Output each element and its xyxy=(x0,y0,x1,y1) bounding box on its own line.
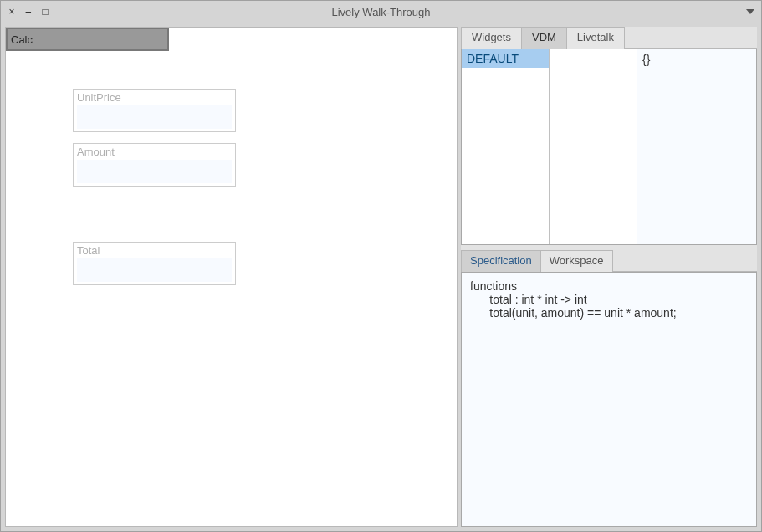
sub-tabs-spacer xyxy=(612,250,757,272)
widget-unitprice[interactable]: UnitPrice xyxy=(73,89,236,132)
window-title: Lively Walk-Through xyxy=(331,6,430,18)
browser-column-2[interactable] xyxy=(550,49,637,244)
total-input[interactable] xyxy=(77,258,232,282)
browser-col3-text: {} xyxy=(642,53,650,66)
tab-specification[interactable]: Specification xyxy=(461,250,541,272)
total-label: Total xyxy=(77,244,232,257)
browser-column-3[interactable]: {} xyxy=(637,49,756,244)
sub-tabs: Specification Workspace xyxy=(461,250,757,272)
tab-livetalk[interactable]: Livetalk xyxy=(566,27,625,49)
widget-calc-button[interactable]: Calc xyxy=(6,28,169,51)
tab-vdm[interactable]: VDM xyxy=(521,27,567,49)
widget-total[interactable]: Total xyxy=(73,242,236,285)
design-canvas[interactable]: UnitPrice Amount Calc Total xyxy=(5,27,458,527)
unitprice-label: UnitPrice xyxy=(77,91,232,104)
close-icon[interactable]: × xyxy=(6,6,18,18)
main-area: UnitPrice Amount Calc Total Widgets VDM … xyxy=(1,23,761,531)
menu-dropdown-icon[interactable] xyxy=(744,6,756,18)
maximize-icon[interactable]: □ xyxy=(39,6,51,18)
browser-item-default[interactable]: DEFAULT xyxy=(462,49,549,68)
calc-label: Calc xyxy=(11,33,33,46)
main-tabs: Widgets VDM Livetalk xyxy=(461,27,757,49)
minimize-icon[interactable]: ‒ xyxy=(23,6,34,18)
tab-workspace[interactable]: Workspace xyxy=(540,250,613,272)
app-window: × ‒ □ Lively Walk-Through UnitPrice Amou… xyxy=(0,0,762,532)
tab-widgets[interactable]: Widgets xyxy=(461,27,522,49)
widget-amount[interactable]: Amount xyxy=(73,143,236,187)
amount-label: Amount xyxy=(77,146,232,158)
browser-column-1[interactable]: DEFAULT xyxy=(462,49,550,244)
titlebar-buttons: × ‒ □ xyxy=(6,6,51,18)
vdm-browser: DEFAULT {} xyxy=(461,49,757,245)
specification-editor[interactable]: functions total : int * int -> int total… xyxy=(461,272,757,527)
right-panel: Widgets VDM Livetalk DEFAULT {} Specific… xyxy=(461,27,757,527)
titlebar: × ‒ □ Lively Walk-Through xyxy=(1,1,761,23)
tabs-spacer xyxy=(624,27,757,49)
amount-input[interactable] xyxy=(77,160,232,183)
unitprice-input[interactable] xyxy=(77,105,232,129)
